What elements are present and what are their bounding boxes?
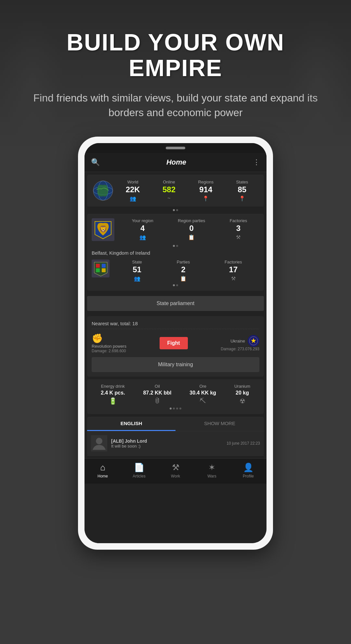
war-right-side: Ukraine Damage: 273.076.293	[221, 335, 259, 351]
app-screen: 🔍 Home ⋮	[84, 153, 266, 543]
more-icon[interactable]: ⋮	[253, 158, 260, 167]
news-avatar	[91, 435, 107, 451]
news-time: 10 june 2017 22:23	[227, 441, 260, 446]
search-icon[interactable]: 🔍	[91, 158, 100, 167]
region-factories-label: Factories	[230, 218, 247, 223]
app-header: 🔍 Home ⋮	[84, 153, 266, 172]
res-dot-4	[179, 408, 181, 409]
state-dot-2	[176, 284, 178, 286]
tab-show-more[interactable]: SHOW MORE	[176, 417, 264, 431]
uranium-icon: ☢	[240, 397, 245, 405]
state-stats-grid: State 51 👥 Parties 2 📋 Factories	[115, 260, 259, 282]
regions-value: 914	[199, 185, 212, 194]
state-factories-label: Factories	[225, 260, 242, 264]
hero-title: Build Your Own Empire	[26, 30, 325, 81]
tab-english[interactable]: ENGLISH	[87, 417, 176, 431]
party-icon: 📋	[188, 234, 195, 240]
world-stats-grid: World 22K 👥 Online 582 ~ Regions 914	[114, 180, 259, 202]
globe-icon	[92, 179, 114, 202]
state-row: State 51 👥 Parties 2 📋 Factories	[92, 260, 259, 282]
phone-mockup: 🔍 Home ⋮	[78, 137, 273, 550]
factory-icon: ⚒	[236, 234, 240, 240]
res-dot-1	[170, 408, 172, 409]
world-stat: World 22K 👥	[126, 180, 140, 202]
world-value: 22K	[126, 185, 140, 194]
nav-work[interactable]: ⚒ Work	[157, 463, 194, 478]
work-icon: ⚒	[172, 463, 179, 473]
svg-point-11	[96, 438, 102, 444]
war-row: ✊ Revolution powers Damage: 2.698.600 Fi…	[92, 333, 259, 353]
war-faction: Revolution powers	[92, 344, 126, 349]
online-value: 582	[162, 185, 176, 194]
state-party-icon: 📋	[180, 275, 187, 282]
energy-label: Energy drink	[101, 384, 125, 389]
world-card-dots	[84, 209, 266, 211]
fist-icon: ✊	[92, 333, 103, 344]
res-dot-2	[173, 408, 175, 409]
your-region-stat: Your region 4 👥	[132, 218, 153, 240]
profile-icon: 👤	[243, 463, 254, 473]
parliament-button[interactable]: State parliament	[87, 296, 264, 311]
bg-decoration-right	[286, 16, 351, 146]
energy-resource: Energy drink 2.4 K pcs. 🔋	[101, 384, 125, 405]
articles-icon: 📄	[134, 463, 144, 473]
nav-profile[interactable]: 👤 Profile	[230, 463, 266, 478]
bg-decoration-left	[0, 16, 65, 146]
state-coat-of-arms	[92, 260, 110, 277]
ore-resource: Ore 30.4 KK kg ⛏	[189, 384, 216, 405]
news-author: [ALB] John Lord	[111, 438, 227, 444]
hero-subtitle: Find friends with similar views, build y…	[26, 91, 325, 120]
energy-icon: 🔋	[109, 397, 117, 405]
ore-icon: ⛏	[200, 397, 206, 405]
region-parties-label: Region parties	[178, 218, 205, 223]
nav-articles[interactable]: 📄 Articles	[121, 463, 157, 478]
ore-value: 30.4 KK kg	[189, 390, 216, 396]
region-stats-grid: Your region 4 👥 Region parties 0 📋 Facto…	[120, 218, 259, 240]
news-card: ENGLISH SHOW MORE	[87, 417, 264, 456]
work-label: Work	[171, 474, 180, 478]
nav-home[interactable]: ⌂ Home	[84, 463, 121, 478]
wars-label: Wars	[207, 474, 216, 478]
articles-label: Articles	[133, 474, 145, 478]
states-label: States	[236, 180, 248, 184]
your-region-label: Your region	[132, 218, 153, 223]
state-dot-1	[173, 284, 175, 286]
resources-grid: Energy drink 2.4 K pcs. 🔋 Oil 87.2 KK bb…	[92, 384, 259, 405]
state-parties-label: Parties	[177, 260, 190, 264]
states-icon: 📍	[239, 195, 245, 202]
svg-rect-7	[96, 268, 100, 272]
fight-button[interactable]: Fight	[160, 337, 188, 349]
war-left-damage: Damage: 2.698.600	[92, 349, 126, 353]
state-parties-value: 2	[181, 265, 185, 274]
state-factories-value: 17	[229, 265, 238, 274]
uranium-value: 20 kg	[236, 390, 249, 396]
state-people-icon: 👥	[134, 275, 140, 282]
region-card: 🦁 Your region 4 👥 Region parties	[87, 214, 264, 291]
nav-wars[interactable]: ✶ Wars	[194, 463, 230, 478]
online-stat: Online 582 ~	[162, 180, 176, 202]
svg-rect-8	[102, 268, 106, 272]
war-right-damage: Damage: 273.076.293	[221, 347, 259, 351]
news-content: [ALB] John Lord It will be soon :)	[111, 438, 227, 449]
profile-label: Profile	[243, 474, 254, 478]
war-card: Nearest war, total: 18 ✊ Revolution powe…	[87, 316, 264, 377]
dot-2	[176, 209, 178, 211]
world-label: World	[127, 180, 138, 184]
phone-inner: 🔍 Home ⋮	[84, 143, 266, 543]
world-stats-card: World 22K 👥 Online 582 ~ Regions 914	[87, 175, 264, 207]
location-name: Belfast, Kingdom of Ireland	[92, 250, 259, 256]
svg-text:🦁: 🦁	[99, 225, 107, 233]
military-button[interactable]: Military training	[92, 357, 259, 372]
oil-value: 87.2 KK bbl	[143, 390, 171, 396]
location-icon: 📍	[202, 195, 209, 202]
region-parties-stat: Region parties 0 📋	[178, 218, 205, 240]
home-icon: ⌂	[100, 463, 105, 473]
bottom-navigation: ⌂ Home 📄 Articles ⚒ Work ✶ Wars	[84, 458, 266, 484]
region-factories-value: 3	[236, 224, 240, 233]
region-dot-2	[176, 245, 178, 247]
region-dots	[92, 245, 259, 247]
online-label: Online	[163, 180, 175, 184]
app-title: Home	[166, 158, 186, 167]
state-parties-stat: Parties 2 📋	[177, 260, 190, 282]
news-text: It will be soon :)	[111, 444, 227, 449]
